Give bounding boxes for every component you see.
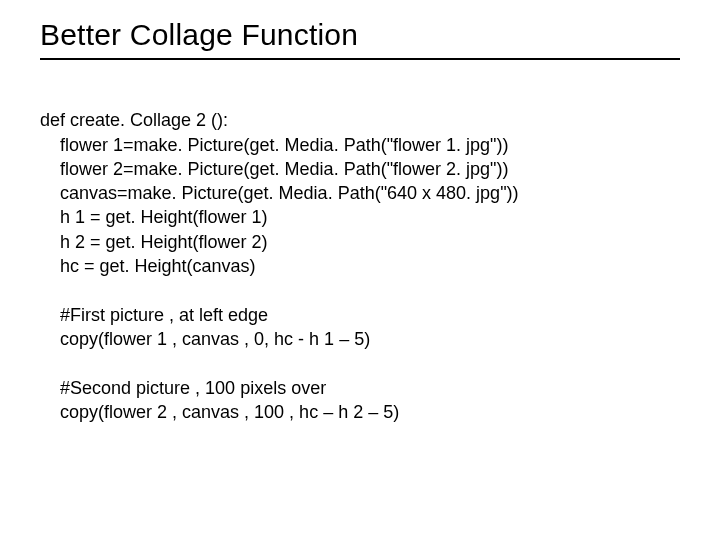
- code-line: def create. Collage 2 ():: [40, 110, 228, 130]
- slide: Better Collage Function def create. Coll…: [0, 0, 720, 540]
- code-line: flower 1=make. Picture(get. Media. Path(…: [40, 135, 508, 155]
- code-line: copy(flower 1 , canvas , 0, hc - h 1 – 5…: [40, 329, 370, 349]
- code-line: h 2 = get. Height(flower 2): [40, 232, 268, 252]
- code-line: canvas=make. Picture(get. Media. Path("6…: [40, 183, 519, 203]
- code-line: hc = get. Height(canvas): [40, 256, 256, 276]
- code-line: h 1 = get. Height(flower 1): [40, 207, 268, 227]
- code-line: #Second picture , 100 pixels over: [40, 378, 326, 398]
- slide-title: Better Collage Function: [40, 18, 680, 60]
- code-line: flower 2=make. Picture(get. Media. Path(…: [40, 159, 508, 179]
- code-block: def create. Collage 2 (): flower 1=make.…: [40, 84, 680, 448]
- code-line: #First picture , at left edge: [40, 305, 268, 325]
- code-line: copy(flower 2 , canvas , 100 , hc – h 2 …: [40, 402, 399, 422]
